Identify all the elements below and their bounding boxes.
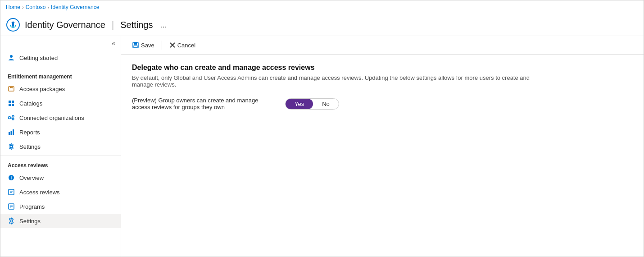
overview-icon: i xyxy=(8,174,15,181)
connected-organizations-icon xyxy=(8,114,15,121)
entitlement-settings-icon xyxy=(8,143,15,150)
sidebar-collapse-button[interactable]: « xyxy=(0,36,121,50)
page-header: Identity Governance | Settings ... xyxy=(0,14,644,36)
toggle-yes-no[interactable]: Yes No xyxy=(285,98,339,110)
header-page-title: Settings xyxy=(120,20,153,30)
access-reviews-settings-icon xyxy=(8,217,15,225)
reports-icon xyxy=(8,128,15,136)
sidebar-divider-1 xyxy=(0,67,121,67)
sidebar-label-programs: Programs xyxy=(19,203,45,210)
svg-point-9 xyxy=(12,118,14,120)
access-packages-icon xyxy=(8,85,15,92)
svg-rect-28 xyxy=(134,46,137,47)
sidebar-item-overview[interactable]: i Overview xyxy=(0,170,121,185)
svg-rect-6 xyxy=(12,104,14,106)
access-reviews-icon xyxy=(8,188,15,196)
svg-point-8 xyxy=(12,115,14,117)
svg-rect-14 xyxy=(13,129,14,135)
sidebar-label-overview: Overview xyxy=(19,174,44,181)
catalogs-icon xyxy=(8,100,15,107)
toolbar: Save Cancel xyxy=(121,36,644,55)
header-separator: | xyxy=(112,20,114,30)
getting-started-icon xyxy=(8,54,15,61)
svg-rect-5 xyxy=(9,104,11,106)
sidebar-item-getting-started[interactable]: Getting started xyxy=(0,50,121,65)
sidebar-item-reports[interactable]: Reports xyxy=(0,125,121,139)
svg-rect-27 xyxy=(134,42,137,45)
sidebar-item-connected-organizations[interactable]: Connected organizations xyxy=(0,110,121,125)
svg-rect-4 xyxy=(12,101,14,103)
cancel-button[interactable]: Cancel xyxy=(166,40,199,50)
sidebar-item-programs[interactable]: Programs xyxy=(0,199,121,214)
sidebar-section-access-reviews: Access reviews xyxy=(0,158,121,170)
sidebar-divider-2 xyxy=(0,156,121,156)
cancel-label: Cancel xyxy=(177,42,195,49)
header-app-title: Identity Governance xyxy=(25,20,105,30)
breadcrumb-contoso[interactable]: Contoso xyxy=(26,4,46,10)
sidebar-label-catalogs: Catalogs xyxy=(19,100,42,107)
save-button[interactable]: Save xyxy=(128,40,158,50)
toggle-no-button[interactable]: No xyxy=(313,99,339,109)
breadcrumb-identity-governance[interactable]: Identity Governance xyxy=(51,4,99,10)
svg-rect-3 xyxy=(9,101,11,103)
programs-icon xyxy=(8,203,15,210)
svg-point-1 xyxy=(10,55,13,58)
svg-rect-13 xyxy=(11,131,12,135)
sidebar-item-access-reviews-settings[interactable]: Settings xyxy=(0,214,121,228)
save-label: Save xyxy=(141,42,154,49)
svg-text:i: i xyxy=(11,176,12,180)
svg-point-7 xyxy=(9,117,11,119)
sidebar-item-catalogs[interactable]: Catalogs xyxy=(0,96,121,110)
setting-label-group-owners: (Preview) Group owners can create and ma… xyxy=(132,97,267,110)
section-title: Delegate who can create and manage acces… xyxy=(132,64,633,72)
setting-row-group-owners: (Preview) Group owners can create and ma… xyxy=(132,97,633,110)
sidebar-label-getting-started: Getting started xyxy=(19,55,58,61)
content-area: Save Cancel Delegate who can create and … xyxy=(121,36,644,257)
sidebar-label-entitlement-settings: Settings xyxy=(19,143,41,150)
toolbar-separator xyxy=(162,41,162,50)
sidebar-item-access-reviews[interactable]: Access reviews xyxy=(0,185,121,199)
sidebar-item-access-packages[interactable]: Access packages xyxy=(0,82,121,96)
content-body: Delegate who can create and manage acces… xyxy=(121,55,644,127)
sidebar-label-access-reviews-settings: Settings xyxy=(19,218,41,225)
sidebar-label-access-reviews: Access reviews xyxy=(19,189,60,196)
identity-governance-icon xyxy=(6,18,20,32)
sidebar-item-entitlement-settings[interactable]: Settings xyxy=(0,139,121,154)
toggle-yes-button[interactable]: Yes xyxy=(286,99,313,109)
sidebar: « Getting started Entitlement management… xyxy=(0,36,121,257)
cancel-icon xyxy=(169,42,176,48)
svg-point-25 xyxy=(10,220,13,222)
breadcrumb-home[interactable]: Home xyxy=(6,4,20,10)
svg-rect-12 xyxy=(9,132,10,135)
sidebar-label-access-packages: Access packages xyxy=(19,86,65,92)
sidebar-label-connected-organizations: Connected organizations xyxy=(19,115,84,121)
save-icon xyxy=(132,41,139,49)
more-options-button[interactable]: ... xyxy=(160,20,167,30)
section-description: By default, only Global and User Access … xyxy=(132,74,537,88)
svg-rect-18 xyxy=(9,189,14,195)
sidebar-label-reports: Reports xyxy=(19,129,40,136)
svg-point-15 xyxy=(10,146,13,148)
breadcrumb: Home › Contoso › Identity Governance xyxy=(0,0,644,14)
sidebar-section-entitlement: Entitlement management xyxy=(0,69,121,82)
